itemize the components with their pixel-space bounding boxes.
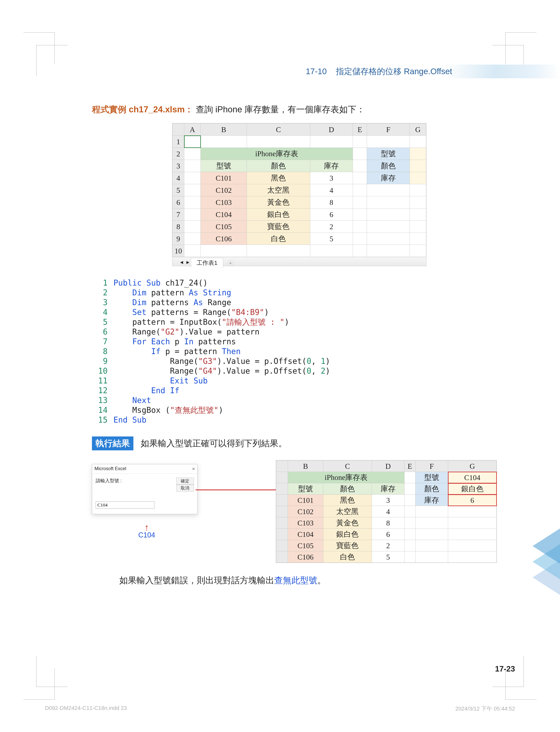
excel-screenshot-1: ABCDEFG12iPhone庫存表型號3型號顏色庫存顏色4C101黑色3庫存5… — [172, 123, 426, 266]
dialog-caption: C104 — [92, 531, 201, 539]
ok-button[interactable]: 確定 — [176, 478, 194, 485]
crop-mark — [36, 45, 67, 76]
section-number: 17-10 — [306, 67, 327, 76]
example-file: 程式實例 ch17_24.xlsm： — [92, 104, 193, 114]
result-heading: 執行結果 如果輸入型號正確可以得到下列結果。 — [92, 437, 507, 450]
sheet-tabs: ◂ ▸ 工作表1 + — [172, 257, 426, 266]
dialog-title: Microsoft Excel — [94, 466, 126, 472]
page-number: 17-23 — [495, 665, 515, 673]
add-sheet-icon[interactable]: + — [227, 260, 233, 266]
result-desc: 如果輸入型號正確可以得到下列結果。 — [141, 439, 287, 448]
result-row: Microsoft Excel × 請輸入型號 : 確定 取消 — [92, 460, 507, 563]
close-icon[interactable]: × — [192, 466, 195, 472]
excel-screenshot-2: BCDEFGiPhone庫存表型號C104型號顏色庫存顏色銀白色C101黑色3庫… — [276, 460, 497, 563]
error-link: 查無此型號 — [274, 575, 317, 585]
section-title: 指定儲存格的位移 Range.Offset — [336, 67, 452, 76]
intro-text: 查詢 iPhone 庫存數量，有一個庫存表如下： — [196, 104, 365, 114]
intro: 程式實例 ch17_24.xlsm： 查詢 iPhone 庫存數量，有一個庫存表… — [92, 104, 507, 115]
page: 17-10 指定儲存格的位移 Range.Offset 程式實例 ch17_24… — [0, 0, 560, 732]
inputbox-dialog: Microsoft Excel × 請輸入型號 : 確定 取消 — [92, 464, 198, 514]
excel-grid-2: BCDEFGiPhone庫存表型號C104型號顏色庫存顏色銀白色C101黑色3庫… — [276, 460, 497, 563]
footer: D092-DM2424-C11-C18n.indd 23 2024/3/12 下… — [45, 705, 515, 712]
cancel-button[interactable]: 取消 — [176, 485, 194, 492]
section-header: 17-10 指定儲存格的位移 Range.Offset — [302, 65, 560, 78]
crop-mark — [36, 656, 67, 687]
footer-left: D092-DM2424-C11-C18n.indd 23 — [45, 705, 127, 712]
sheet-tab[interactable]: 工作表1 — [191, 258, 223, 268]
footer-right: 2024/3/12 下午 05:44:52 — [455, 705, 515, 712]
code-listing: 1Public Sub ch17_24() 2 Dim pattern As S… — [92, 278, 507, 425]
error-note: 如果輸入型號錯誤，則出現對話方塊輸出查無此型號。 — [119, 575, 507, 586]
dialog-input[interactable] — [96, 502, 154, 509]
arrow-up-icon: ↑ — [92, 524, 201, 531]
excel-grid: ABCDEFG12iPhone庫存表型號3型號顏色庫存顏色4C101黑色3庫存5… — [172, 123, 426, 257]
result-badge: 執行結果 — [92, 437, 133, 450]
dialog-label: 請輸入型號 : — [96, 478, 175, 484]
